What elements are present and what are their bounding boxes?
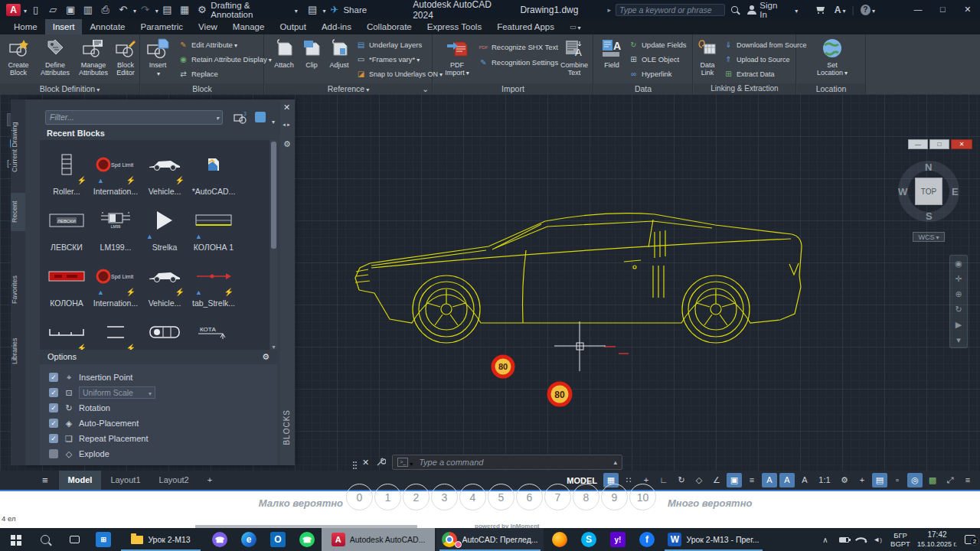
panel-label-data[interactable]: Data <box>594 83 692 94</box>
window-maximize-button[interactable]: □ <box>930 0 955 19</box>
block-tile[interactable]: ⚡ Vehicle... <box>140 259 189 313</box>
retain-attribute-button[interactable]: ◉ Retain Attribute Display <box>178 53 272 66</box>
auto-placement-checkbox[interactable]: ✓ <box>49 419 58 428</box>
view-options-caret-icon[interactable] <box>270 113 275 127</box>
option-explode[interactable]: ✓ ◇ Explode <box>49 447 109 461</box>
edge-button[interactable]: e <box>234 528 263 551</box>
layout-tab-layout2[interactable]: Layout2 <box>150 471 198 490</box>
markup-icon[interactable]: ▦ <box>176 0 194 19</box>
chrome-window-button[interactable]: AutoCAD: Преглед... <box>436 528 544 551</box>
explode-checkbox[interactable]: ✓ <box>49 449 58 458</box>
palette-tab-recent[interactable]: Recent <box>11 193 25 231</box>
block-tile[interactable]: КОТА <box>189 315 238 350</box>
block-tile[interactable]: Spd Limit ▲ ⚡ Internation... <box>91 148 140 201</box>
tab-parametric[interactable]: Parametric <box>133 19 191 34</box>
tab-featured-apps[interactable]: Featured Apps <box>489 19 562 34</box>
panel-label-reference[interactable]: Reference ⌄ <box>265 83 432 94</box>
ribbon-display-icon[interactable]: ▭ <box>570 23 577 31</box>
block-tile[interactable]: ▲ ⚡ tab_Strelk... <box>189 259 238 313</box>
hyperlink-button[interactable]: ∞ Hyperlink <box>628 67 672 80</box>
layout-tab-layout1[interactable]: Layout1 <box>101 471 149 490</box>
block-tile[interactable]: ▲ Strelka <box>140 204 189 257</box>
adjust-button[interactable]: Adjust <box>325 37 354 69</box>
set-location-button[interactable]: Set Location <box>815 37 849 77</box>
tab-home[interactable]: Home <box>6 19 45 34</box>
render-preset-icon[interactable]: ▤ <box>304 0 322 19</box>
attach-button[interactable]: Attach <box>270 37 299 69</box>
panel-label-block-definition[interactable]: Block Definition <box>0 83 139 94</box>
status-menu-button[interactable]: ≡ <box>960 473 975 487</box>
command-expand-icon[interactable]: ▴ <box>613 458 617 466</box>
command-line[interactable]: ✕ >_ Type a command ▴ <box>353 455 622 470</box>
clip-button[interactable]: Clip <box>300 37 323 69</box>
option-auto-placement[interactable]: ✓ ◈ Auto-Placement <box>49 416 139 430</box>
command-drag-handle[interactable] <box>353 461 354 463</box>
yahoo-button[interactable]: y! <box>603 528 632 551</box>
block-tile[interactable]: ⚡ Roller... <box>42 148 91 201</box>
block-tile[interactable]: ЛЕВСКИ ЛЕВСКИ <box>42 204 91 257</box>
undo-icon[interactable]: ↶ <box>114 0 132 19</box>
survey-score-0[interactable]: 0 <box>346 484 373 510</box>
block-tile[interactable]: ⚡ <box>42 315 91 350</box>
palette-tab-favorites[interactable]: Favorites <box>11 266 25 312</box>
survey-score-1[interactable]: 1 <box>374 484 401 510</box>
survey-score-5[interactable]: 5 <box>488 484 514 510</box>
save-icon[interactable]: ▣ <box>62 0 80 19</box>
workspace-label[interactable]: Drafting & Annotation <box>211 1 289 19</box>
redo-icon[interactable]: ↷ <box>136 0 154 19</box>
search-icon[interactable] <box>731 6 738 13</box>
palette-tab-libraries[interactable]: Libraries <box>11 329 25 373</box>
tab-addins[interactable]: Add-ins <box>314 19 359 34</box>
outlook-button[interactable]: O <box>263 528 292 551</box>
new-file-icon[interactable]: ▯ <box>27 0 44 19</box>
block-tile[interactable]: Spd Limit ▲ ⚡ Internation... <box>91 259 140 313</box>
block-tile[interactable]: ▲ КОЛОНА 1 <box>189 204 238 257</box>
ribbon-display-caret-icon[interactable] <box>576 22 580 31</box>
recognize-shx-button[interactable]: PDF Recognize SHX Text <box>478 41 558 54</box>
scale-checkbox[interactable]: ✓ <box>49 388 58 397</box>
search-input[interactable]: Type a keyword or phrase <box>616 4 725 16</box>
autodesk-caret-icon[interactable] <box>841 5 845 15</box>
palette-tab-current-drawing[interactable]: Current Drawing <box>11 110 25 184</box>
insert-block-button[interactable]: Insert <box>144 37 172 78</box>
field-button[interactable]: A Field <box>599 37 625 69</box>
block-tile[interactable]: *AutoCAD... <box>189 148 238 201</box>
command-input[interactable]: Type a command <box>419 458 613 467</box>
palette-autohide-icon[interactable]: ◄► <box>282 122 291 127</box>
option-repeat-placement[interactable]: ✓ ❏ Repeat Placement <box>49 432 149 445</box>
scrollbar-thumb[interactable] <box>271 142 276 249</box>
cart-icon[interactable] <box>816 5 825 15</box>
create-block-button[interactable]: Create Block <box>2 37 35 77</box>
filter-input[interactable]: Filter... <box>45 110 223 125</box>
plot-icon[interactable]: ⎙ <box>96 0 114 19</box>
insertion-point-checkbox[interactable]: ✓ <box>49 373 58 382</box>
block-tile[interactable]: КОЛОНА <box>42 259 91 313</box>
underlay-layers-button[interactable]: ▤ Underlay Layers <box>355 38 422 51</box>
command-history-caret-icon[interactable] <box>408 455 413 469</box>
help-caret-icon[interactable] <box>871 5 875 15</box>
view-options-icon[interactable] <box>255 112 266 122</box>
isodraft-toggle[interactable]: ◇ <box>691 473 707 487</box>
rotation-checkbox[interactable]: ✓ <box>49 403 58 412</box>
panel-label-linking[interactable]: Linking & Extraction <box>694 83 795 94</box>
window-minimize-button[interactable]: — <box>906 0 930 19</box>
tray-expand-button[interactable]: ∧ <box>818 528 833 551</box>
autocad-window-button[interactable]: A Autodesk AutoCAD... <box>322 528 435 551</box>
frames-button[interactable]: ▭ *Frames vary* <box>355 53 420 66</box>
network-indicator[interactable] <box>853 528 868 551</box>
update-fields-button[interactable]: ↻ Update Fields <box>628 38 687 51</box>
survey-score-3[interactable]: 3 <box>431 484 458 510</box>
lineweight-toggle[interactable]: ≡ <box>744 473 760 487</box>
palette-properties-icon[interactable]: ⚙ <box>283 139 291 149</box>
filter-caret-icon[interactable] <box>214 111 219 125</box>
survey-score-10[interactable]: 10 <box>629 484 656 510</box>
object-snap-toggle[interactable]: ▣ <box>727 473 742 487</box>
annotation-visibility-toggle[interactable]: A <box>762 473 777 487</box>
snap-to-underlays-button[interactable]: ◪ Snap to Underlays ON <box>355 67 443 80</box>
autodesk-a-icon[interactable]: A <box>835 5 841 15</box>
tab-express-tools[interactable]: Express Tools <box>420 19 489 34</box>
block-tile[interactable]: ⚡ <box>91 315 140 350</box>
survey-score-2[interactable]: 2 <box>403 484 430 510</box>
taskbar-search-button[interactable] <box>31 528 60 551</box>
polar-tracking-toggle[interactable]: ↻ <box>674 473 689 487</box>
